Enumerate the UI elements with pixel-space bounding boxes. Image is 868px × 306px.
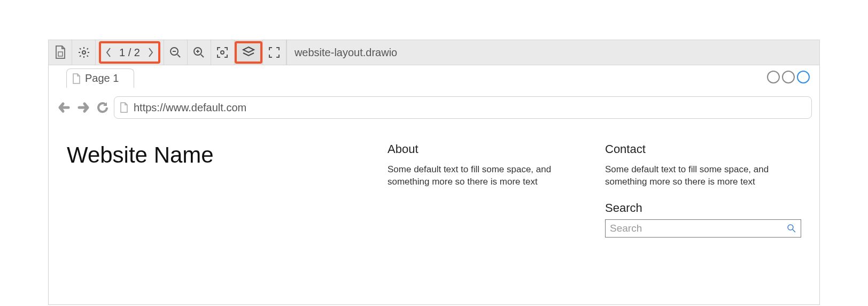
mock-content: Website Name About Some default text to … xyxy=(54,126,814,238)
page-tab[interactable]: Page 1 xyxy=(66,68,134,88)
svg-rect-0 xyxy=(58,52,63,56)
forward-button[interactable] xyxy=(75,100,91,116)
url-bar[interactable]: https://www.default.com xyxy=(114,96,812,119)
svg-point-9 xyxy=(221,51,224,54)
contact-heading: Contact xyxy=(605,142,801,156)
back-button[interactable] xyxy=(56,100,72,116)
contact-column: Contact Some default text to fill some s… xyxy=(605,142,801,238)
page-nav-group: 1 / 2 xyxy=(96,40,164,65)
svg-line-14 xyxy=(793,230,795,232)
browser-mock: https://www.default.com Website Name Abo… xyxy=(54,91,814,304)
svg-line-6 xyxy=(201,55,204,57)
contact-body: Some default text to fill some space, an… xyxy=(605,164,801,188)
about-column: About Some default text to fill some spa… xyxy=(387,142,584,238)
layers-icon xyxy=(242,45,255,59)
filename-label: website-layout.drawio xyxy=(287,47,405,59)
diagram-viewer: Page 1 https://www.default.com xyxy=(48,65,820,305)
search-heading: Search xyxy=(605,201,801,215)
fullscreen-button[interactable] xyxy=(263,40,286,65)
file-button[interactable] xyxy=(49,40,72,65)
search-icon xyxy=(787,224,796,233)
next-page-button[interactable] xyxy=(143,43,158,62)
site-title: Website Name xyxy=(67,142,366,238)
page-nav-highlight: 1 / 2 xyxy=(99,41,160,64)
toolbar: 1 / 2 website-layout.drawio xyxy=(48,40,820,65)
prev-page-button[interactable] xyxy=(101,43,116,62)
svg-point-1 xyxy=(82,51,86,54)
page-indicator: 1 / 2 xyxy=(116,47,143,59)
svg-line-3 xyxy=(177,55,180,57)
zoom-in-button[interactable] xyxy=(188,40,211,65)
settings-button[interactable] xyxy=(72,40,96,65)
page-icon xyxy=(120,102,128,113)
zoom-out-button[interactable] xyxy=(164,40,188,65)
reload-button[interactable] xyxy=(95,100,111,116)
page-tab-label: Page 1 xyxy=(85,72,119,85)
layers-button[interactable] xyxy=(235,40,263,65)
window-controls xyxy=(767,71,810,83)
window-dot[interactable] xyxy=(767,71,780,83)
about-body: Some default text to fill some space, an… xyxy=(387,164,584,188)
about-heading: About xyxy=(387,142,584,156)
search-placeholder: Search xyxy=(610,223,642,234)
window-dot[interactable] xyxy=(797,71,810,83)
search-input[interactable]: Search xyxy=(605,219,801,238)
page-icon xyxy=(72,73,81,84)
fit-page-button[interactable] xyxy=(211,40,235,65)
window-dot[interactable] xyxy=(782,71,795,83)
url-text: https://www.default.com xyxy=(134,102,246,114)
svg-point-13 xyxy=(788,225,793,230)
browser-nav-row: https://www.default.com xyxy=(54,91,814,126)
